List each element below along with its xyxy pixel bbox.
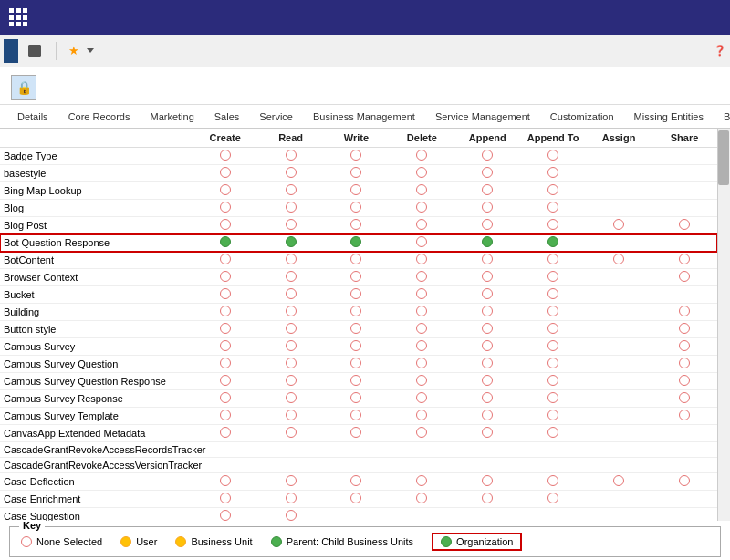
permission-cell-c2[interactable] xyxy=(258,425,324,442)
permission-cell-c6[interactable] xyxy=(520,508,586,522)
permission-cell-c2[interactable] xyxy=(258,373,324,390)
permission-cell-c2[interactable] xyxy=(258,321,324,338)
permission-cell-c1[interactable] xyxy=(193,390,258,408)
permission-cell-c6[interactable] xyxy=(520,217,586,234)
permission-cell-c3[interactable] xyxy=(324,252,390,269)
permission-cell-c1[interactable] xyxy=(193,269,258,286)
permission-cell-c8[interactable] xyxy=(652,182,717,200)
permission-cell-c6[interactable] xyxy=(520,425,586,442)
tab-business-management[interactable]: Business Management xyxy=(303,105,425,128)
permission-cell-c8[interactable] xyxy=(652,165,717,182)
permission-cell-c3[interactable] xyxy=(324,390,390,408)
permission-cell-c7[interactable] xyxy=(586,286,652,304)
permission-cell-c4[interactable] xyxy=(389,458,454,473)
permission-cell-c4[interactable] xyxy=(389,217,454,234)
permission-cell-c7[interactable] xyxy=(586,200,652,217)
permission-cell-c1[interactable] xyxy=(193,252,258,269)
permission-cell-c4[interactable] xyxy=(389,508,454,522)
tab-customization[interactable]: Customization xyxy=(540,105,624,128)
permission-cell-c1[interactable] xyxy=(193,182,258,200)
permission-cell-c7[interactable] xyxy=(586,165,652,182)
permission-cell-c2[interactable] xyxy=(258,304,324,321)
permission-cell-c2[interactable] xyxy=(258,356,324,373)
permission-cell-c7[interactable] xyxy=(586,408,652,425)
tab-marketing[interactable]: Marketing xyxy=(140,105,203,128)
permission-cell-c3[interactable] xyxy=(324,182,390,200)
permission-cell-c5[interactable] xyxy=(454,286,520,304)
permission-cell-c1[interactable] xyxy=(193,356,258,373)
permission-cell-c5[interactable] xyxy=(454,458,520,473)
permission-cell-c6[interactable] xyxy=(520,356,586,373)
permission-cell-c6[interactable] xyxy=(520,491,586,508)
permission-cell-c8[interactable] xyxy=(652,217,717,234)
permission-cell-c6[interactable] xyxy=(520,252,586,269)
permission-cell-c4[interactable] xyxy=(389,182,454,200)
permission-cell-c8[interactable] xyxy=(652,304,717,321)
permission-cell-c6[interactable] xyxy=(520,321,586,338)
permission-cell-c8[interactable] xyxy=(652,508,717,522)
permission-cell-c2[interactable] xyxy=(258,217,324,234)
permission-cell-c1[interactable] xyxy=(193,286,258,304)
permission-cell-c6[interactable] xyxy=(520,148,586,165)
permission-cell-c4[interactable] xyxy=(389,200,454,217)
permission-cell-c8[interactable] xyxy=(652,408,717,425)
permission-cell-c7[interactable] xyxy=(586,321,652,338)
permission-cell-c8[interactable] xyxy=(652,269,717,286)
permission-cell-c5[interactable] xyxy=(454,217,520,234)
permission-cell-c8[interactable] xyxy=(652,252,717,269)
permission-cell-c1[interactable] xyxy=(193,508,258,522)
permission-cell-c2[interactable] xyxy=(258,338,324,356)
permission-cell-c5[interactable] xyxy=(454,338,520,356)
permission-cell-c5[interactable] xyxy=(454,252,520,269)
permission-cell-c8[interactable] xyxy=(652,286,717,304)
permission-cell-c8[interactable] xyxy=(652,234,717,252)
permission-cell-c3[interactable] xyxy=(324,321,390,338)
permission-cell-c3[interactable] xyxy=(324,356,390,373)
permission-cell-c1[interactable] xyxy=(193,425,258,442)
permission-cell-c4[interactable] xyxy=(389,442,454,458)
tab-sales[interactable]: Sales xyxy=(204,105,250,128)
permission-cell-c3[interactable] xyxy=(324,491,390,508)
permission-cell-c3[interactable] xyxy=(324,442,390,458)
permission-cell-c8[interactable] xyxy=(652,473,717,491)
permission-cell-c2[interactable] xyxy=(258,234,324,252)
permission-cell-c2[interactable] xyxy=(258,148,324,165)
permission-cell-c8[interactable] xyxy=(652,390,717,408)
save-close-button[interactable] xyxy=(22,39,50,63)
permission-cell-c1[interactable] xyxy=(193,338,258,356)
permission-cell-c1[interactable] xyxy=(193,165,258,182)
permission-cell-c2[interactable] xyxy=(258,165,324,182)
permission-cell-c7[interactable] xyxy=(586,425,652,442)
permission-cell-c6[interactable] xyxy=(520,269,586,286)
permission-cell-c1[interactable] xyxy=(193,473,258,491)
permission-cell-c4[interactable] xyxy=(389,321,454,338)
permission-cell-c7[interactable] xyxy=(586,473,652,491)
permission-cell-c3[interactable] xyxy=(324,217,390,234)
permission-cell-c4[interactable] xyxy=(389,252,454,269)
permission-cell-c8[interactable] xyxy=(652,442,717,458)
permission-cell-c3[interactable] xyxy=(324,200,390,217)
permission-cell-c5[interactable] xyxy=(454,491,520,508)
permission-cell-c8[interactable] xyxy=(652,458,717,473)
permission-cell-c5[interactable] xyxy=(454,148,520,165)
permission-cell-c2[interactable] xyxy=(258,408,324,425)
permission-cell-c3[interactable] xyxy=(324,234,390,252)
tab-service[interactable]: Service xyxy=(249,105,303,128)
permission-cell-c1[interactable] xyxy=(193,491,258,508)
permission-cell-c2[interactable] xyxy=(258,508,324,522)
permission-cell-c2[interactable] xyxy=(258,286,324,304)
permission-cell-c7[interactable] xyxy=(586,234,652,252)
permission-cell-c7[interactable] xyxy=(586,148,652,165)
permission-cell-c2[interactable] xyxy=(258,473,324,491)
permission-cell-c2[interactable] xyxy=(258,442,324,458)
help-button[interactable]: ❓ xyxy=(714,45,726,57)
permission-cell-c5[interactable] xyxy=(454,269,520,286)
permission-cell-c1[interactable] xyxy=(193,148,258,165)
permission-cell-c1[interactable] xyxy=(193,458,258,473)
scrollbar-thumb[interactable] xyxy=(718,130,729,185)
permission-cell-c1[interactable] xyxy=(193,217,258,234)
permission-cell-c6[interactable] xyxy=(520,408,586,425)
permission-cell-c6[interactable] xyxy=(520,234,586,252)
permission-cell-c7[interactable] xyxy=(586,508,652,522)
permission-cell-c7[interactable] xyxy=(586,491,652,508)
